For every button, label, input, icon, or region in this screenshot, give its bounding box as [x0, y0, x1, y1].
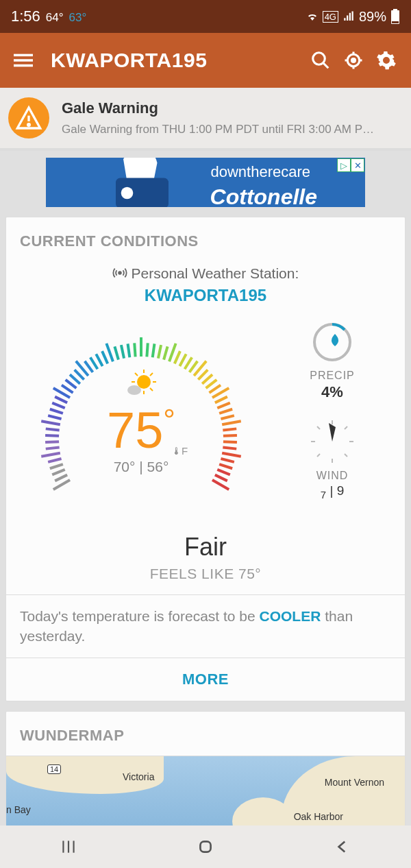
alert-banner[interactable]: Gale Warning Gale Warning from THU 1:00 …: [0, 88, 411, 151]
svg-line-52: [158, 345, 161, 359]
svg-line-46: [121, 345, 124, 359]
svg-line-48: [134, 343, 135, 357]
warning-icon: [8, 97, 49, 138]
home-icon: [197, 838, 214, 856]
svg-line-42: [96, 354, 102, 366]
svg-line-7: [323, 63, 329, 69]
wind-value: 7 | 9: [268, 483, 397, 501]
wind-compass-icon: [308, 418, 356, 466]
svg-line-20: [55, 475, 67, 481]
svg-line-85: [135, 373, 138, 376]
forecast-comparison: Today's temperature is forecast to be CO…: [6, 595, 405, 658]
svg-point-17: [121, 187, 134, 200]
wifi-icon: [306, 10, 319, 23]
more-button[interactable]: MORE: [6, 658, 405, 701]
svg-point-9: [352, 59, 356, 62]
signal-icon: [342, 10, 355, 23]
system-nav-bar: [0, 825, 411, 868]
wind-label: WIND: [268, 470, 397, 482]
locate-button[interactable]: [337, 44, 370, 77]
network-label: 4G: [323, 11, 338, 23]
svg-rect-3: [14, 54, 33, 57]
svg-rect-102: [200, 841, 210, 852]
sun-icon: [122, 367, 160, 401]
ad-line1: downtherecare: [210, 163, 310, 181]
svg-rect-1: [393, 9, 397, 11]
app-bar: KWAPORTA195: [0, 33, 411, 88]
svg-line-87: [150, 373, 153, 376]
precip-label: PRECIP: [268, 370, 397, 382]
temp-unit: 🌡F: [171, 445, 188, 457]
map-label-mtvernon: Mount Vernon: [325, 777, 384, 788]
svg-rect-4: [14, 59, 33, 62]
app-title: KWAPORTA195: [51, 49, 304, 72]
clock: 1:56: [11, 8, 40, 25]
tissue-box-icon: [101, 158, 176, 207]
home-button[interactable]: [178, 833, 233, 860]
ad-close-icon[interactable]: ✕: [351, 158, 364, 172]
temp-range: 70° | 56°: [14, 459, 268, 475]
recents-icon: [60, 838, 77, 856]
svg-line-86: [150, 388, 153, 391]
battery-percent: 89%: [359, 9, 386, 25]
svg-line-54: [169, 343, 176, 361]
status-right: 4G 89%: [306, 9, 400, 25]
station-prefix: Personal Weather Station:: [132, 265, 299, 281]
svg-line-50: [147, 343, 147, 357]
settings-button[interactable]: [370, 44, 403, 77]
search-icon: [310, 50, 331, 71]
current-conditions-card: CURRENT CONDITIONS Personal Weather Stat…: [5, 217, 406, 701]
svg-point-15: [28, 124, 30, 126]
feels-like: FEELS LIKE 75°: [6, 566, 405, 582]
recents-button[interactable]: [41, 833, 96, 860]
svg-line-78: [215, 475, 227, 481]
search-button[interactable]: [304, 44, 337, 77]
svg-line-44: [106, 343, 113, 361]
map-label-victoria: Victoria: [123, 771, 154, 782]
map-label-oakharbor: Oak Harbor: [294, 811, 343, 822]
ad-controls: ▷ ✕: [337, 158, 364, 172]
battery-icon: [390, 9, 400, 24]
location-icon: [343, 50, 364, 71]
ad-info-icon[interactable]: ▷: [337, 158, 351, 172]
svg-line-55: [175, 351, 180, 363]
svg-line-53: [164, 346, 168, 359]
ad-line2: Cottonelle: [210, 184, 317, 207]
gear-icon: [376, 50, 397, 71]
temperature-gauge: 75° 🌡F 70° | 56°: [14, 319, 268, 531]
svg-rect-5: [14, 64, 33, 67]
station-label: Personal Weather Station:: [6, 265, 405, 282]
svg-line-47: [128, 343, 130, 357]
status-temp-lo: 63°: [69, 11, 87, 25]
ad-banner[interactable]: downtherecare Cottonelle ▷ ✕: [46, 158, 365, 207]
svg-line-96: [345, 454, 347, 457]
back-icon: [334, 838, 351, 856]
svg-line-51: [153, 343, 155, 357]
map-label-bay: n Bay: [6, 804, 31, 815]
current-temp: 75: [107, 402, 163, 459]
precip-value: 4%: [268, 383, 397, 401]
condition-text: Fair: [6, 533, 405, 562]
svg-line-56: [179, 354, 186, 366]
svg-line-43: [102, 351, 108, 363]
svg-point-18: [119, 272, 121, 274]
status-temp-hi: 64°: [46, 11, 64, 25]
degree-symbol: °: [163, 403, 175, 437]
map-route-badge: 14: [47, 764, 61, 774]
svg-rect-2: [392, 21, 399, 23]
station-name[interactable]: KWAPORTA195: [6, 286, 405, 305]
alert-title: Gale Warning: [62, 99, 374, 117]
svg-point-89: [127, 385, 141, 395]
status-bar: 1:56 64° 63° 4G 89%: [0, 0, 411, 33]
svg-point-80: [137, 375, 151, 389]
menu-button[interactable]: [8, 45, 38, 75]
status-left: 1:56 64° 63°: [11, 8, 86, 25]
wundermap-header: WUNDERMAP: [6, 712, 405, 756]
hamburger-icon: [14, 51, 33, 70]
precip-gauge-icon: [312, 322, 353, 363]
svg-line-97: [345, 426, 347, 429]
svg-line-98: [317, 454, 320, 457]
alert-desc: Gale Warning from THU 1:00 PM PDT until …: [62, 123, 374, 136]
current-header: CURRENT CONDITIONS: [6, 217, 405, 265]
back-button[interactable]: [315, 833, 370, 860]
